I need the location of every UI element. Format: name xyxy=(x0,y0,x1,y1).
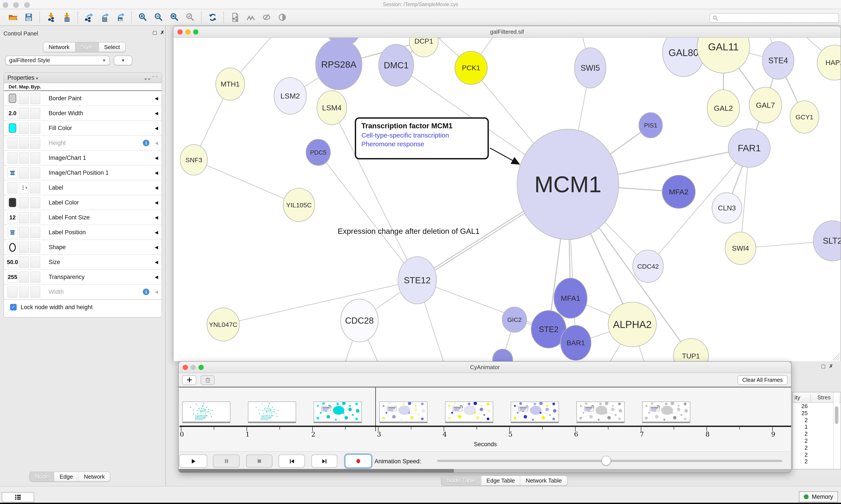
lock-checkbox[interactable]: ✓ xyxy=(10,304,17,310)
table-tab-edge-table[interactable]: Edge Table xyxy=(481,476,521,485)
toolbar-export-table-icon[interactable] xyxy=(100,13,109,22)
network-node-gal11[interactable]: GAL11 xyxy=(697,38,750,73)
network-node-rps28a[interactable]: RPS28A xyxy=(316,39,362,90)
network-node-dmc1[interactable]: DMC1 xyxy=(379,44,414,86)
toolbar-group-nodes-icon[interactable] xyxy=(246,13,255,22)
pause-button[interactable] xyxy=(213,454,239,468)
search-input[interactable] xyxy=(720,15,836,21)
timeline-scrollbar[interactable] xyxy=(179,469,791,473)
toolbar-export-network-icon[interactable] xyxy=(84,13,94,22)
network-node-tup1[interactable]: TUP1 xyxy=(674,339,709,361)
minimize-icon[interactable] xyxy=(185,29,191,35)
network-node-lsm2[interactable]: LSM2 xyxy=(274,77,306,114)
collapse-all-icon[interactable]: ⌃⌃ xyxy=(151,75,158,81)
animator-frame-7[interactable] xyxy=(642,401,690,423)
window-traffic-lights[interactable] xyxy=(3,2,30,10)
network-caption[interactable]: Expression change after deletion of GAL1 xyxy=(304,227,514,236)
animation-timeline[interactable]: 0123456789 Seconds xyxy=(179,388,791,451)
network-node-lsm4[interactable]: LSM4 xyxy=(317,91,347,125)
table-cell[interactable]: 2 xyxy=(793,445,808,451)
cyanimator-titlebar[interactable]: CyAnimator xyxy=(179,362,791,373)
delete-frame-button[interactable] xyxy=(201,375,215,385)
animator-frame-2[interactable] xyxy=(314,401,362,423)
table-cell[interactable]: 26 xyxy=(793,403,808,410)
skip-to-start-button[interactable] xyxy=(279,454,305,468)
toolbar-show-all-icon[interactable] xyxy=(277,13,287,22)
zoom-icon[interactable] xyxy=(193,29,198,35)
network-node-slt[interactable]: SLT2 xyxy=(813,221,841,261)
resize-grip-icon[interactable] xyxy=(833,353,840,360)
expand-arrow-icon[interactable]: ◀ xyxy=(155,274,158,280)
style-options-button[interactable]: ▼ xyxy=(114,56,132,65)
network-node-pck1[interactable]: PCK1 xyxy=(455,51,487,85)
network-node-gal2[interactable]: GAL2 xyxy=(707,90,739,127)
network-node-yil105c[interactable]: YIL105C xyxy=(283,188,315,221)
network-node-swi4[interactable]: SWI4 xyxy=(725,232,756,265)
close-icon[interactable] xyxy=(177,29,183,35)
property-row-image-chart-position-1[interactable]: Image/Chart Position 1◀ xyxy=(4,165,162,180)
animator-frame-3[interactable] xyxy=(379,401,428,423)
network-node-alpha2[interactable]: ALPHA2 xyxy=(608,302,656,347)
property-row-border-width[interactable]: 2.0Border Width◀ xyxy=(4,106,162,121)
property-row-border-paint[interactable]: Border Paint◀ xyxy=(4,91,162,106)
network-node-mcm1[interactable]: MCM1 xyxy=(517,129,619,239)
network-node-gic2[interactable]: GIC2 xyxy=(502,307,527,332)
toolbar-zoom-out-icon[interactable] xyxy=(154,13,163,22)
toolbar-export-image-icon[interactable] xyxy=(115,13,125,22)
network-node-swi5[interactable]: SWI5 xyxy=(574,48,606,88)
close-panel-icon[interactable]: ✗ xyxy=(160,30,164,35)
stop-button[interactable] xyxy=(246,454,272,468)
network-window-titlebar[interactable]: galFiltered.sif xyxy=(174,26,841,38)
network-node-ste4[interactable]: STE4 xyxy=(763,41,794,79)
close-icon[interactable] xyxy=(183,365,188,370)
property-row-label-position[interactable]: Label Position◀ xyxy=(4,225,162,240)
toolbar-clone-network-icon[interactable] xyxy=(230,13,239,22)
speed-slider-handle[interactable] xyxy=(602,456,611,466)
table-cell[interactable]: 25 xyxy=(793,410,808,417)
panel-tab-node[interactable]: Node xyxy=(30,472,54,481)
table-cell[interactable]: 2 xyxy=(793,458,808,465)
expand-arrow-icon[interactable]: ◀ xyxy=(155,200,158,205)
float-panel-icon[interactable]: ▢ xyxy=(153,30,157,35)
toolbar-zoom-in-icon[interactable] xyxy=(138,13,148,22)
network-node-cdc28[interactable]: CDC28 xyxy=(341,299,378,342)
network-node-bar1[interactable]: BAR1 xyxy=(560,325,591,360)
float-panel-icon[interactable]: ▢ xyxy=(821,363,829,369)
network-node-ynl047c[interactable]: YNL047C xyxy=(207,308,239,341)
animator-frame-1[interactable] xyxy=(248,401,296,423)
table-tab-network-table[interactable]: Network Table xyxy=(521,476,567,485)
expand-arrow-icon[interactable]: ◀ xyxy=(155,260,158,265)
table-cell[interactable]: 2 xyxy=(793,437,808,445)
expand-all-icon[interactable]: ⌄⌄ xyxy=(143,75,150,81)
toolbar-zoom-selected-icon[interactable] xyxy=(185,13,195,22)
network-node-snf3[interactable]: SNF3 xyxy=(180,144,208,175)
tab-style[interactable]: Style xyxy=(75,42,99,52)
network-node-far1[interactable]: FAR1 xyxy=(728,129,770,167)
annotation-link-2[interactable]: Pheromone response xyxy=(361,140,482,147)
clear-all-frames-button[interactable]: Clear All Frames xyxy=(737,375,788,385)
toolbar-open-session-icon[interactable] xyxy=(8,13,18,22)
table-column-header[interactable]: Stres xyxy=(817,394,831,401)
panel-tab-network[interactable]: Network xyxy=(78,472,110,481)
record-button[interactable] xyxy=(345,454,372,468)
animator-frame-6[interactable] xyxy=(576,401,625,423)
close-window-icon[interactable] xyxy=(3,2,8,8)
info-icon[interactable]: i xyxy=(143,140,149,146)
expand-arrow-icon[interactable]: ◀ xyxy=(155,215,158,220)
property-row-label-font-size[interactable]: 12Label Font Size◀ xyxy=(4,210,162,225)
property-row-transparency[interactable]: 255Transparency◀ xyxy=(4,270,162,285)
property-row-label[interactable]: ⋮›Label◀ xyxy=(4,180,162,195)
network-node-mfa2[interactable]: MFA2 xyxy=(662,175,695,209)
add-frame-button[interactable] xyxy=(182,375,196,385)
toolbar-import-network-icon[interactable] xyxy=(46,13,56,22)
network-node-gal7[interactable]: GAL7 xyxy=(749,87,782,123)
expand-arrow-icon[interactable]: ◀ xyxy=(155,170,158,175)
zoom-window-icon[interactable] xyxy=(24,2,30,8)
memory-button[interactable]: Memory xyxy=(799,491,838,502)
property-row-size[interactable]: 50.0Size◀ xyxy=(4,255,162,270)
toolbar-save-session-icon[interactable] xyxy=(24,13,33,22)
properties-header[interactable]: Properties ▾ ⌄⌄ ⌃⌃ xyxy=(4,73,162,83)
info-icon[interactable]: i xyxy=(143,289,149,295)
expand-arrow-icon[interactable]: ◀ xyxy=(155,185,158,190)
network-node-mth1[interactable]: MTH1 xyxy=(216,68,245,100)
